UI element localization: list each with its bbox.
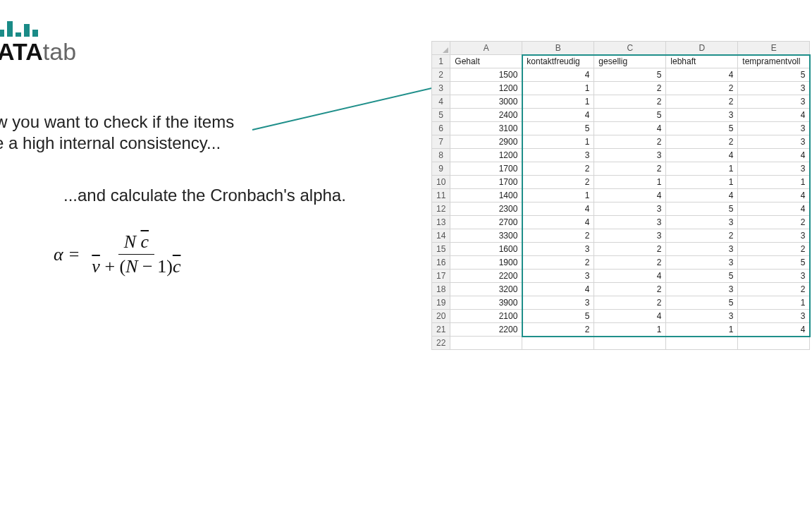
data-cell: 2 [522, 256, 594, 270]
row-header: 11 [432, 189, 450, 202]
data-cell: 3 [666, 216, 738, 229]
data-cell: 2 [594, 296, 666, 310]
header-cell: Gehalt [450, 55, 522, 68]
header-cell: kontaktfreudig [522, 55, 594, 68]
data-cell: 2 [522, 176, 594, 189]
data-cell: 1700 [450, 162, 522, 176]
data-cell: 4 [666, 68, 738, 82]
row-header: 3 [432, 82, 450, 95]
data-cell: 2200 [450, 270, 522, 283]
data-cell: 2 [666, 229, 738, 243]
data-cell: 3 [594, 216, 666, 229]
data-cell: 3 [738, 82, 810, 95]
data-cell: 3 [522, 296, 594, 310]
data-cell: 1700 [450, 176, 522, 189]
data-cell: 4 [666, 189, 738, 202]
data-cell: 2 [522, 323, 594, 337]
col-header: C [594, 42, 666, 55]
header-cell: tempramentvoll [738, 55, 810, 68]
data-cell: 5 [522, 310, 594, 323]
data-cell: 2 [738, 283, 810, 296]
data-cell: 1900 [450, 256, 522, 270]
data-cell: 4 [594, 189, 666, 202]
row-header: 6 [432, 122, 450, 135]
data-cell: 1 [522, 82, 594, 95]
row-header: 19 [432, 296, 450, 310]
row-header: 17 [432, 270, 450, 283]
sheet-corner [432, 42, 450, 55]
data-cell: 5 [594, 109, 666, 122]
row-header: 22 [432, 337, 450, 350]
data-cell: 2 [594, 135, 666, 149]
logo-text-light: tab [43, 38, 76, 65]
data-cell: 3 [666, 310, 738, 323]
data-cell: 2 [666, 95, 738, 109]
data-cell: 1 [594, 176, 666, 189]
data-cell: 2300 [450, 202, 522, 216]
data-cell: 1 [666, 176, 738, 189]
data-cell: 1 [522, 135, 594, 149]
row-header: 12 [432, 202, 450, 216]
data-cell: 1 [666, 323, 738, 337]
data-cell: 5 [738, 68, 810, 82]
data-cell: 4 [522, 283, 594, 296]
row-header: 5 [432, 109, 450, 122]
col-header: A [450, 42, 522, 55]
data-cell: 2700 [450, 216, 522, 229]
data-cell: 2100 [450, 310, 522, 323]
data-cell: 3 [738, 135, 810, 149]
data-cell: 2 [738, 216, 810, 229]
data-cell: 3 [738, 229, 810, 243]
data-cell: 5 [594, 68, 666, 82]
data-cell: 3 [522, 149, 594, 162]
data-cell: 3 [666, 283, 738, 296]
logo-text-bold: ATA [0, 38, 43, 65]
data-cell: 3200 [450, 283, 522, 296]
data-cell: 1200 [450, 82, 522, 95]
data-cell: 4 [738, 189, 810, 202]
data-cell: 2 [594, 162, 666, 176]
data-cell: 1 [738, 176, 810, 189]
row-header: 9 [432, 162, 450, 176]
data-cell: 2200 [450, 323, 522, 337]
data-cell: 5 [666, 296, 738, 310]
data-cell: 3 [666, 109, 738, 122]
data-cell: 2 [594, 256, 666, 270]
row-header: 20 [432, 310, 450, 323]
data-cell: 3 [522, 243, 594, 256]
data-cell: 4 [522, 202, 594, 216]
data-cell: 3900 [450, 296, 522, 310]
data-cell: 3300 [450, 229, 522, 243]
data-cell: 3 [666, 243, 738, 256]
data-cell: 5 [666, 122, 738, 135]
row-header: 1 [432, 55, 450, 68]
row-header: 15 [432, 243, 450, 256]
row-header: 4 [432, 95, 450, 109]
data-cell: 4 [522, 68, 594, 82]
empty-cell [522, 337, 594, 350]
data-cell: 4 [738, 149, 810, 162]
empty-cell [666, 337, 738, 350]
logo: ATAtab [0, 20, 76, 66]
data-cell: 3 [594, 149, 666, 162]
data-cell: 1500 [450, 68, 522, 82]
col-header: B [522, 42, 594, 55]
row-header: 16 [432, 256, 450, 270]
data-cell: 1 [594, 323, 666, 337]
header-cell: gesellig [594, 55, 666, 68]
row-header: 7 [432, 135, 450, 149]
row-header: 8 [432, 149, 450, 162]
col-header: E [738, 42, 810, 55]
data-cell: 3 [738, 310, 810, 323]
data-cell: 1 [522, 95, 594, 109]
row-header: 13 [432, 216, 450, 229]
data-cell: 2 [738, 243, 810, 256]
row-header: 2 [432, 68, 450, 82]
data-cell: 4 [522, 109, 594, 122]
data-cell: 2 [594, 243, 666, 256]
data-cell: 2 [594, 82, 666, 95]
empty-cell [450, 337, 522, 350]
data-cell: 2 [666, 135, 738, 149]
formula-alpha: α [54, 244, 63, 265]
cronbach-alpha-formula: α = N c v + (N − 1)c [54, 231, 183, 277]
